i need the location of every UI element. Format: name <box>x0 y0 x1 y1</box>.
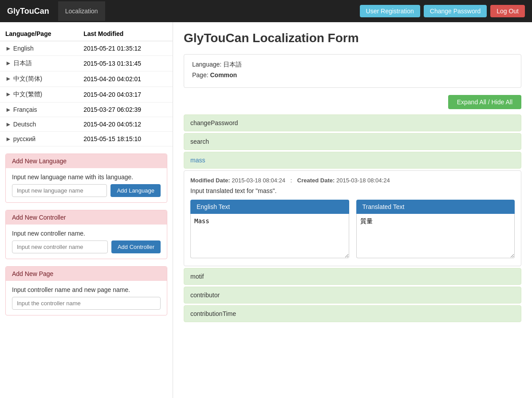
add-language-box: Add New Language Input new language name… <box>5 154 167 203</box>
user-registration-button[interactable]: User Registration <box>360 5 420 17</box>
add-page-box: Add New Page Input controller name and n… <box>5 266 167 315</box>
table-row[interactable]: ►русский 2015-05-15 18:15:10 <box>0 132 173 146</box>
add-controller-input[interactable] <box>12 240 108 253</box>
add-controller-button[interactable]: Add Controller <box>111 240 161 253</box>
chevron-icon: ► <box>5 106 12 113</box>
section-body: Modified Date: 2015-03-18 08:04:24 : Cre… <box>184 170 521 266</box>
section-header[interactable]: motif <box>184 268 521 285</box>
chevron-icon: ► <box>5 121 12 128</box>
sidebar: Language/Page Last Modified ►English 201… <box>0 22 173 398</box>
chevron-icon: ► <box>5 45 12 52</box>
add-language-description: Input new language name with its languag… <box>12 173 161 181</box>
language-link[interactable]: Deutsch <box>13 121 36 128</box>
translated-col-header: Translated Text <box>356 200 515 214</box>
section-header-expanded[interactable]: mass <box>184 152 521 169</box>
modified-date: 2015-04-20 04:05:12 <box>78 117 173 132</box>
sections-container: changePasswordsearchmass Modified Date: … <box>184 114 521 322</box>
table-row[interactable]: ►Deutsch 2015-04-20 04:05:12 <box>0 117 173 132</box>
section-header[interactable]: contributionTime <box>184 305 521 322</box>
navbar: GlyTouCan Localization User Registration… <box>0 0 532 22</box>
chevron-icon: ► <box>5 135 12 142</box>
language-value: 日本語 <box>223 61 242 68</box>
add-page-description: Input controller name and new page name. <box>12 286 161 293</box>
chevron-icon: ► <box>5 59 12 67</box>
language-link[interactable]: Français <box>13 106 37 113</box>
add-page-input[interactable] <box>12 297 161 310</box>
input-prompt: Input translated text for "mass". <box>190 187 515 194</box>
meta-separator: : <box>291 177 292 184</box>
language-link[interactable]: 日本語 <box>13 59 32 67</box>
language-table: Language/Page Last Modified ►English 201… <box>0 27 173 146</box>
translation-grid: English Text Mass Translated Text 質量 <box>190 200 515 260</box>
add-language-input[interactable] <box>12 184 107 197</box>
add-controller-header: Add New Controller <box>6 210 167 225</box>
language-link[interactable]: русский <box>13 135 35 142</box>
content-area: GlyTouCan Localization Form Language: 日本… <box>173 22 532 398</box>
modified-date: 2015-04-20 04:02:01 <box>78 71 173 87</box>
section-header[interactable]: contributor <box>184 287 521 303</box>
page-title: GlyTouCan Localization Form <box>184 31 521 45</box>
chevron-icon: ► <box>5 75 12 82</box>
add-language-button[interactable]: Add Language <box>110 184 161 197</box>
add-controller-box: Add New Controller Input new controller … <box>5 210 167 259</box>
expand-row: Expand All / Hide All <box>184 95 521 114</box>
col-modified: Last Modified <box>78 27 173 41</box>
change-password-button[interactable]: Change Password <box>424 5 487 17</box>
language-link[interactable]: 中文(简体) <box>13 75 42 82</box>
table-row[interactable]: ►中文(简体) 2015-04-20 04:02:01 <box>0 71 173 87</box>
expand-all-button[interactable]: Expand All / Hide All <box>448 95 521 109</box>
brand-logo: GlyTouCan <box>7 7 49 16</box>
log-out-button[interactable]: Log Out <box>490 5 525 17</box>
section-header[interactable]: changePassword <box>184 114 521 131</box>
translated-col: Translated Text 質量 <box>356 200 515 260</box>
table-row[interactable]: ►Français 2015-03-27 06:02:39 <box>0 102 173 117</box>
nav-localization[interactable]: Localization <box>58 1 105 21</box>
main-container: Language/Page Last Modified ►English 201… <box>0 22 532 398</box>
language-label: Language: <box>192 61 221 68</box>
modified-label: Modified Date: <box>190 177 230 184</box>
modified-date: 2015-05-21 01:35:12 <box>78 41 173 56</box>
section-meta: Modified Date: 2015-03-18 08:04:24 : Cre… <box>190 177 515 184</box>
language-link[interactable]: English <box>13 45 34 52</box>
chevron-icon: ► <box>5 91 12 98</box>
modified-date: 2015-03-27 06:02:39 <box>78 102 173 117</box>
english-textarea[interactable]: Mass <box>190 214 349 258</box>
translated-textarea[interactable]: 質量 <box>356 214 515 258</box>
table-row[interactable]: ►English 2015-05-21 01:35:12 <box>0 41 173 56</box>
add-controller-description: Input new controller name. <box>12 230 161 237</box>
modified-date: 2015-04-20 04:03:17 <box>78 87 173 102</box>
add-language-header: Add New Language <box>6 154 167 168</box>
add-page-header: Add New Page <box>6 267 167 281</box>
page-label: Page: <box>192 71 209 79</box>
created-value: 2015-03-18 08:04:24 <box>336 177 390 184</box>
english-col: English Text Mass <box>190 200 349 260</box>
section-link[interactable]: mass <box>190 157 205 164</box>
page-value: Common <box>210 71 237 79</box>
created-label: Created Date: <box>297 177 335 184</box>
table-row[interactable]: ►日本語 2015-05-13 01:31:45 <box>0 56 173 71</box>
info-box: Language: 日本語 Page: Common <box>184 54 521 88</box>
english-col-header: English Text <box>190 200 349 214</box>
table-row[interactable]: ►中文(繁體) 2015-04-20 04:03:17 <box>0 87 173 102</box>
section-header[interactable]: search <box>184 133 521 150</box>
language-link[interactable]: 中文(繁體) <box>13 91 42 98</box>
modified-date: 2015-05-13 01:31:45 <box>78 56 173 71</box>
modified-date: 2015-05-15 18:15:10 <box>78 132 173 146</box>
col-language: Language/Page <box>0 27 78 41</box>
modified-value: 2015-03-18 08:04:24 <box>232 177 285 184</box>
